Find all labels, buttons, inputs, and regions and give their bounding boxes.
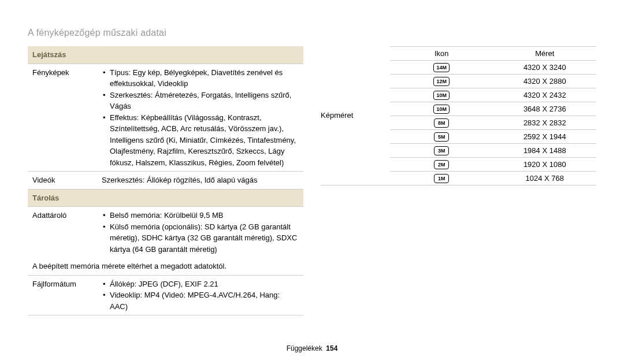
- page-footer: Függelékek 154: [0, 344, 624, 352]
- size-icon-cell: 8M: [390, 116, 493, 130]
- storage-bullet: Külső memória (opcionális): SD kártya (2…: [102, 221, 299, 255]
- size-icon-cell: 2M: [390, 158, 493, 172]
- mp-icon: 10M: [433, 91, 450, 100]
- size-icon-cell: 10M: [390, 88, 493, 102]
- storage-bullet: Belső memória: Körülbelül 9,5 MB: [102, 210, 299, 221]
- right-column: Képméret Ikon Méret 14M4320 X 3240 12M43…: [321, 46, 596, 315]
- left-column: Lejátszás Fényképek Típus: Egy kép, Bély…: [28, 46, 303, 315]
- videos-value: Szerkesztés: Állókép rögzítés, Idő alapú…: [97, 172, 303, 190]
- size-table: Ikon Méret 14M4320 X 3240 12M4320 X 2880…: [390, 46, 596, 185]
- mp-icon: 12M: [433, 77, 450, 86]
- photos-bullet: Típus: Egy kép, Bélyegképek, Diavetítés …: [102, 67, 299, 90]
- storage-footnote: A beépített memória mérete eltérhet a me…: [28, 258, 303, 275]
- image-size-label: Képméret: [321, 46, 390, 185]
- format-bullet: Állókép: JPEG (DCF), EXIF 2.21: [102, 278, 299, 290]
- size-th-size: Méret: [493, 47, 597, 61]
- format-bullet: Videoklip: MP4 (Videó: MPEG-4.AVC/H.264,…: [102, 289, 299, 312]
- size-icon-cell: 3M: [390, 144, 493, 158]
- mp-icon: 2M: [434, 160, 449, 169]
- size-val-cell: 1920 X 1080: [493, 158, 597, 172]
- size-val-cell: 4320 X 2432: [493, 88, 597, 102]
- size-val-cell: 2832 X 2832: [493, 116, 597, 130]
- mp-icon: 1M: [434, 174, 449, 183]
- mp-icon: 14M: [433, 63, 450, 72]
- content-columns: Lejátszás Fényképek Típus: Egy kép, Bély…: [0, 44, 624, 315]
- size-icon-cell: 1M: [390, 172, 493, 185]
- size-val-cell: 2592 X 1944: [493, 130, 597, 144]
- storage-label: Adattároló: [28, 207, 97, 258]
- mp-icon: 3M: [434, 146, 449, 155]
- photos-label: Fényképek: [28, 64, 97, 172]
- footer-page-number: 154: [326, 344, 337, 352]
- size-icon-cell: 14M: [390, 61, 493, 75]
- mp-icon: 5M: [434, 132, 449, 142]
- size-icon-cell: 12M: [390, 75, 493, 88]
- storage-value: Belső memória: Körülbelül 9,5 MB Külső m…: [97, 207, 303, 258]
- size-val-cell: 4320 X 2880: [493, 75, 597, 88]
- format-label: Fájlformátum: [28, 275, 97, 315]
- size-val-cell: 1024 X 768: [493, 172, 597, 185]
- photos-value: Típus: Egy kép, Bélyegképek, Diavetítés …: [97, 64, 303, 172]
- videos-label: Videók: [28, 172, 97, 190]
- spec-table-left: Lejátszás Fényképek Típus: Egy kép, Bély…: [28, 46, 303, 315]
- size-val-cell: 3648 X 2736: [493, 102, 597, 116]
- section-playback-header: Lejátszás: [28, 46, 303, 64]
- photos-bullet: Szerkesztés: Átméretezés, Forgatás, Inte…: [102, 90, 299, 112]
- size-icon-cell: 5M: [390, 130, 493, 144]
- mp-icon: 8M: [434, 118, 449, 128]
- mp-icon: 10M: [433, 105, 450, 114]
- photos-bullet: Effektus: Képbeállítás (Világosság, Kont…: [102, 112, 299, 169]
- section-storage-header: Tárolás: [28, 189, 303, 207]
- size-val-cell: 1984 X 1488: [493, 144, 597, 158]
- page-title: A fényképezőgép műszaki adatai: [0, 0, 624, 44]
- size-icon-cell: 10M: [390, 102, 493, 116]
- format-value: Állókép: JPEG (DCF), EXIF 2.21 Videoklip…: [97, 275, 303, 315]
- size-th-icon: Ikon: [390, 47, 493, 61]
- footer-label: Függelékek: [287, 344, 322, 352]
- size-val-cell: 4320 X 3240: [493, 61, 597, 75]
